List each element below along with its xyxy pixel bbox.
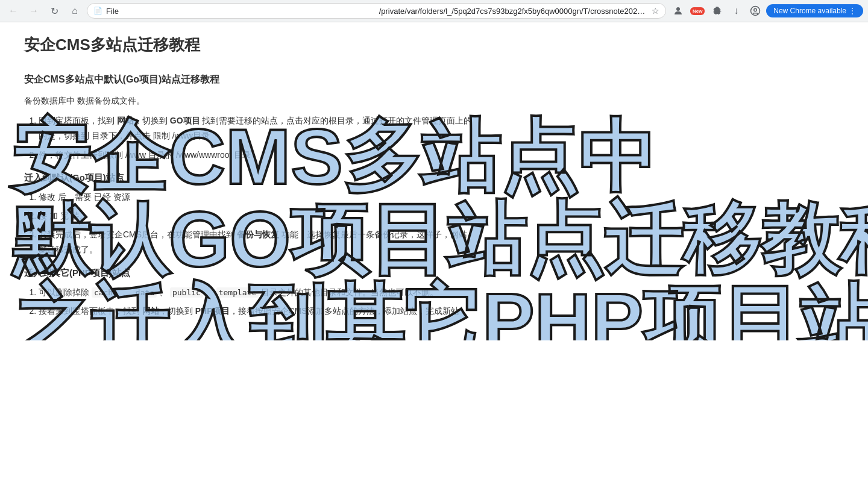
bookmark-button[interactable]: ☆ [652, 6, 659, 16]
section2: 迁入到默认(Go项目)站点 修改 后，需要 已经 资源 接 加 完 装。 安装完… [24, 172, 844, 258]
downloads-button[interactable]: ↓ [728, 2, 744, 19]
list-item: 回到宝塔面板，找到 网站，切换到 GO项目 找到需要迁移的站点，点击对应的根目录… [39, 113, 844, 143]
section1-title: 安企CMS多站点中默认(Go项目)站点迁移教程 [24, 74, 844, 86]
svg-point-2 [754, 8, 757, 11]
code-cache: cache [92, 287, 120, 298]
new-chrome-label: New Chrome available [773, 7, 846, 15]
chrome-browser-bar: ← → ↻ ⌂ 📄 File /private/var/folders/l_/5… [0, 0, 868, 22]
section4: 迁入到其它(PHP项目)站点 可以删除掉除 cache 、 data 、 pub… [24, 267, 844, 319]
section1-intro: 备份数据库中 数据备份成文件。 [24, 93, 844, 108]
toolbar-icons: New ↓ New Chrome available ⋮ [670, 2, 863, 19]
new-badge-button[interactable]: New [689, 2, 706, 19]
file-icon: 📄 [93, 7, 102, 15]
reload-button[interactable]: ↻ [46, 2, 63, 19]
extensions-button[interactable] [708, 2, 725, 19]
back-button[interactable]: ← [5, 2, 22, 19]
address-url: /private/var/folders/l_/5pq2d7cs7s93bzg2… [379, 7, 649, 16]
list-item: 安装完成后，登录安企CMS后台，在功能管理中找到 备份与恢复 功能，选择恢复最后… [39, 227, 844, 257]
code-data: data [133, 287, 157, 298]
page-content: 安企CMS多站点迁移教程 安企CMS多站点中默认(Go项目)站点迁移教程 备份数… [0, 22, 868, 340]
section1-steps: 回到宝塔面板，找到 网站，切换到 GO项目 找到需要迁移的站点，点击对应的根目录… [24, 113, 844, 163]
forward-button[interactable]: → [25, 2, 42, 19]
code-template: template [216, 287, 259, 298]
list-item: 接 加 完 装。 [39, 208, 844, 224]
code-public: public [170, 287, 203, 298]
section2-title: 迁入到默认(Go项目)站点 [24, 172, 844, 184]
list-item: 件，将文件上传到限制 /www 目录的 /www/wwwroot 目录 [39, 148, 844, 163]
avatar-button[interactable] [747, 2, 764, 19]
new-chrome-button[interactable]: New Chrome available ⋮ [766, 4, 863, 17]
list-item: 可以删除掉除 cache 、 data 、 public 、 template … [39, 285, 844, 300]
section4-title: 迁入到其它(PHP项目)站点 [24, 267, 844, 279]
list-item: 修改 后，需要 已经 资源 [39, 190, 844, 205]
more-icon: ⋮ [849, 7, 856, 15]
main-title: 安企CMS多站点迁移教程 [24, 34, 844, 55]
section4-steps: 可以删除掉除 cache 、 data 、 public 、 template … [24, 285, 844, 319]
home-button[interactable]: ⌂ [66, 2, 83, 19]
profile-button[interactable] [670, 2, 687, 19]
address-prefix: File [106, 7, 376, 16]
section2-steps: 修改 后，需要 已经 资源 接 加 完 装。 安装完成后，登录安企CMS后台，在… [24, 190, 844, 258]
list-item: 接着来到宝塔面板中，找到 网站，切换到 PHP项目，接着按照安企CMS添加多站点… [39, 304, 844, 319]
svg-point-0 [676, 7, 680, 11]
address-bar[interactable]: 📄 File /private/var/folders/l_/5pq2d7cs7… [87, 3, 666, 19]
intro-text: 备份数据库中 数据备份成文件。 [24, 96, 145, 105]
